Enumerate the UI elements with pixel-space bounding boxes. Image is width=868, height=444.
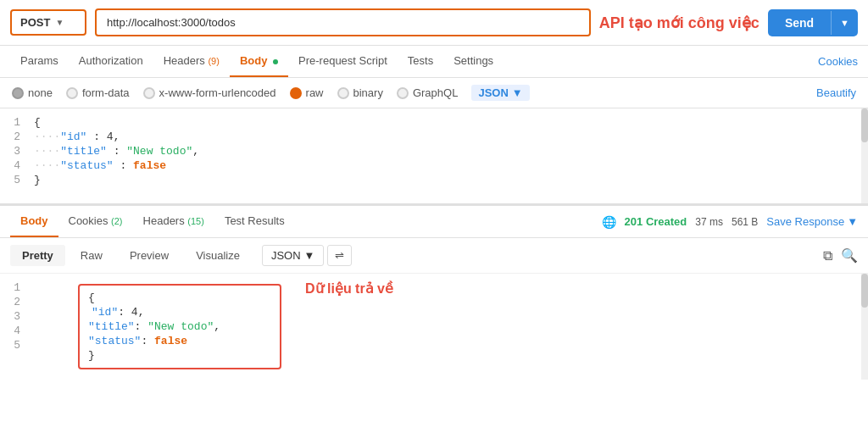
radio-formdata-icon bbox=[66, 87, 78, 99]
request-tab-bar: Params Authorization Headers (9) Body Pr… bbox=[0, 46, 868, 78]
globe-icon: 🌐 bbox=[602, 215, 616, 229]
cookies-badge: (2) bbox=[111, 216, 122, 226]
req-line-5: 5 } bbox=[0, 173, 868, 187]
body-type-binary[interactable]: binary bbox=[337, 86, 383, 99]
response-action-icons: ⧉ 🔍 bbox=[823, 247, 858, 264]
resp-json-format-select[interactable]: JSON ▼ bbox=[262, 245, 325, 266]
response-time: 37 ms bbox=[695, 216, 723, 228]
resp-box-line-3: "title": "New todo", bbox=[88, 319, 271, 334]
send-dropdown-icon[interactable]: ▼ bbox=[831, 11, 858, 35]
radio-raw-icon bbox=[290, 87, 302, 99]
resp-line-4: 4 bbox=[0, 324, 34, 338]
resp-box-line-2: "id": 4, bbox=[88, 305, 271, 319]
resp-annotation-label: Dữ liệu trả về bbox=[305, 280, 393, 297]
sub-tab-visualize[interactable]: Visualize bbox=[184, 245, 252, 266]
tab-authorization[interactable]: Authorization bbox=[69, 46, 153, 77]
headers-badge: (9) bbox=[208, 56, 219, 66]
response-code-box: { "id": 4, "title": "New todo", "status"… bbox=[78, 284, 281, 369]
radio-urlencoded-icon bbox=[143, 87, 155, 99]
body-type-raw[interactable]: raw bbox=[290, 86, 324, 99]
resp-box-line-1: { bbox=[88, 291, 271, 305]
tab-headers[interactable]: Headers (9) bbox=[153, 46, 230, 77]
json-chevron-icon: ▼ bbox=[512, 86, 523, 99]
tab-params[interactable]: Params bbox=[10, 46, 69, 77]
body-type-urlencoded[interactable]: x-www-form-urlencoded bbox=[143, 86, 276, 99]
response-sub-bar: Pretty Raw Preview Visualize JSON ▼ ⇌ ⧉ … bbox=[0, 238, 868, 274]
resp-scrollbar-thumb bbox=[861, 274, 868, 308]
body-type-none[interactable]: none bbox=[12, 86, 53, 99]
req-line-4: 4 ····"status" : false bbox=[0, 158, 868, 173]
cookies-link[interactable]: Cookies bbox=[818, 47, 858, 76]
copy-icon[interactable]: ⧉ bbox=[823, 248, 832, 264]
method-label: POST bbox=[20, 16, 50, 29]
resp-box-line-5: } bbox=[88, 348, 271, 363]
send-label: Send bbox=[768, 9, 831, 36]
resp-scrollbar[interactable] bbox=[861, 274, 868, 380]
save-response-button[interactable]: Save Response ▼ bbox=[766, 215, 858, 228]
request-code-editor[interactable]: 1 { 2 ····"id" : 4, 3 ····"title" : "New… bbox=[0, 108, 868, 206]
method-selector[interactable]: POST ▼ bbox=[10, 9, 86, 36]
sub-tab-pretty[interactable]: Pretty bbox=[10, 245, 65, 266]
resp-box-line-4: "status": false bbox=[88, 334, 271, 348]
response-meta: 🌐 201 Created 37 ms 561 B Save Response … bbox=[602, 215, 858, 229]
resp-json-chevron-icon: ▼ bbox=[304, 249, 315, 262]
method-chevron-icon: ▼ bbox=[55, 18, 64, 27]
json-format-select[interactable]: JSON ▼ bbox=[471, 85, 529, 101]
resp-line-3: 3 bbox=[0, 309, 34, 324]
tab-pre-request[interactable]: Pre-request Script bbox=[288, 46, 398, 77]
wrap-icon[interactable]: ⇌ bbox=[327, 245, 352, 266]
url-input[interactable] bbox=[95, 8, 591, 36]
send-button[interactable]: Send ▼ bbox=[768, 9, 858, 36]
sub-tab-preview[interactable]: Preview bbox=[118, 245, 181, 266]
req-line-3: 3 ····"title" : "New todo", bbox=[0, 144, 868, 158]
response-size: 561 B bbox=[732, 216, 758, 228]
tab-body[interactable]: Body bbox=[230, 46, 288, 77]
status-badge: 201 Created bbox=[625, 215, 687, 228]
body-type-graphql[interactable]: GraphQL bbox=[397, 86, 458, 99]
api-title: API tạo mới công việc bbox=[599, 14, 760, 32]
top-bar: POST ▼ API tạo mới công việc Send ▼ bbox=[0, 0, 868, 46]
req-line-1: 1 { bbox=[0, 115, 868, 130]
resp-line-5: 5 bbox=[0, 338, 34, 352]
tab-tests[interactable]: Tests bbox=[398, 46, 443, 77]
response-tab-bar: Body Cookies (2) Headers (15) Test Resul… bbox=[0, 206, 868, 238]
save-response-chevron-icon: ▼ bbox=[847, 215, 858, 228]
resp-line-1: 1 bbox=[0, 280, 34, 295]
body-dot-icon bbox=[273, 59, 278, 64]
radio-binary-icon bbox=[337, 87, 349, 99]
resp-headers-badge: (15) bbox=[187, 216, 204, 226]
response-section: Body Cookies (2) Headers (15) Test Resul… bbox=[0, 206, 868, 380]
resp-tab-headers[interactable]: Headers (15) bbox=[133, 206, 214, 237]
resp-tab-test-results[interactable]: Test Results bbox=[214, 206, 295, 237]
resp-tab-body[interactable]: Body bbox=[10, 206, 58, 237]
body-type-bar: none form-data x-www-form-urlencoded raw… bbox=[0, 78, 868, 108]
radio-none-icon bbox=[12, 87, 24, 99]
tab-settings[interactable]: Settings bbox=[443, 46, 504, 77]
sub-tab-raw[interactable]: Raw bbox=[69, 245, 114, 266]
radio-graphql-icon bbox=[397, 87, 409, 99]
body-type-form-data[interactable]: form-data bbox=[66, 86, 130, 99]
req-line-2: 2 ····"id" : 4, bbox=[0, 130, 868, 144]
search-icon[interactable]: 🔍 bbox=[841, 247, 858, 264]
resp-tab-cookies[interactable]: Cookies (2) bbox=[58, 206, 133, 237]
editor-scrollbar[interactable] bbox=[861, 108, 868, 203]
response-code-area: 1 2 3 4 5 { bbox=[0, 274, 868, 380]
scrollbar-thumb bbox=[861, 108, 868, 142]
beautify-button[interactable]: Beautify bbox=[816, 86, 856, 99]
resp-line-2: 2 bbox=[0, 295, 34, 309]
